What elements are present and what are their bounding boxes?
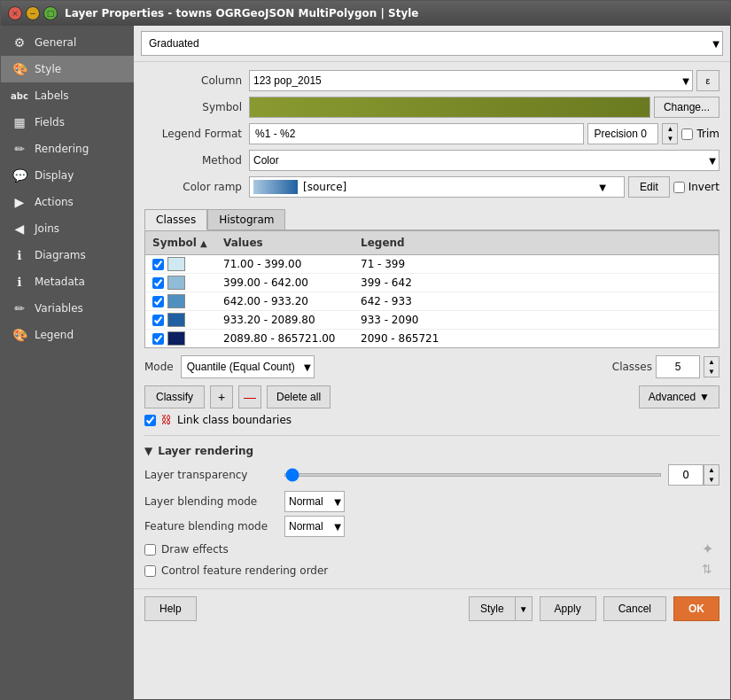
effects-settings-icon[interactable]: ✦ bbox=[702, 541, 719, 558]
sidebar-item-fields[interactable]: ▦ Fields bbox=[1, 109, 134, 136]
sidebar-item-metadata[interactable]: ℹ Metadata bbox=[1, 268, 134, 295]
sidebar-label-fields: Fields bbox=[35, 116, 65, 128]
sidebar-item-variables[interactable]: ✏ Variables bbox=[1, 295, 134, 322]
edit-ramp-button[interactable]: Edit bbox=[628, 176, 670, 198]
sidebar-item-actions[interactable]: ▶ Actions bbox=[1, 189, 134, 215]
trim-group: Trim bbox=[681, 128, 719, 140]
layer-rendering-section: ▼ Layer rendering Layer transparency 0 ▲… bbox=[134, 439, 730, 588]
trim-label: Trim bbox=[696, 128, 719, 140]
content-area: Graduated Categorized Single Symbol Rule… bbox=[134, 26, 730, 699]
color-swatch-2[interactable] bbox=[167, 276, 185, 290]
close-button[interactable]: × bbox=[8, 6, 22, 20]
row-checkbox-5[interactable] bbox=[152, 333, 164, 345]
section-divider bbox=[144, 435, 719, 436]
color-swatch-4[interactable] bbox=[167, 313, 185, 327]
draw-effects-row: Draw effects ✦ bbox=[144, 541, 719, 558]
color-swatch-1[interactable] bbox=[167, 257, 185, 271]
legend-format-input[interactable] bbox=[249, 123, 584, 144]
transparency-slider[interactable] bbox=[284, 473, 661, 477]
cell-values-5: 2089.80 - 865721.00 bbox=[216, 332, 354, 345]
delete-all-button[interactable]: Delete all bbox=[267, 385, 331, 408]
layer-blending-select[interactable]: Normal Multiply Screen Overlay bbox=[284, 491, 345, 512]
invert-checkbox[interactable] bbox=[673, 182, 685, 193]
metadata-icon: ℹ bbox=[12, 274, 27, 290]
precision-up-button[interactable]: ▲ bbox=[663, 124, 677, 134]
section-arrow-icon: ▼ bbox=[144, 445, 152, 457]
sidebar-item-labels[interactable]: abc Labels bbox=[1, 82, 134, 109]
sidebar-item-display[interactable]: 💬 Display bbox=[1, 162, 134, 189]
section-header[interactable]: ▼ Layer rendering bbox=[144, 445, 719, 457]
column-expression-button[interactable]: ε bbox=[696, 70, 719, 91]
rendering-icon: ✏ bbox=[12, 141, 27, 157]
renderer-select[interactable]: Graduated Categorized Single Symbol Rule… bbox=[141, 31, 723, 56]
classes-input[interactable] bbox=[656, 355, 700, 378]
style-main-button[interactable]: Style bbox=[469, 596, 515, 621]
method-select[interactable]: Color Size bbox=[249, 150, 719, 171]
color-ramp-label: Color ramp bbox=[144, 181, 242, 193]
cell-legend-4: 933 - 2090 bbox=[354, 314, 719, 326]
sort-arrow-icon: ▲ bbox=[200, 238, 207, 248]
minimize-button[interactable]: − bbox=[26, 6, 40, 20]
sidebar-item-rendering[interactable]: ✏ Rendering bbox=[1, 136, 134, 162]
trim-checkbox[interactable] bbox=[681, 128, 693, 140]
classes-up-button[interactable]: ▲ bbox=[704, 357, 719, 367]
transparency-down-button[interactable]: ▼ bbox=[704, 475, 719, 485]
cell-symbol-2 bbox=[145, 276, 216, 290]
sidebar-item-style[interactable]: 🎨 Style bbox=[1, 56, 134, 82]
classes-down-button[interactable]: ▼ bbox=[704, 367, 719, 377]
add-class-button[interactable]: + bbox=[210, 385, 233, 408]
sidebar: ⚙ General 🎨 Style abc Labels ▦ Fields ✏ … bbox=[1, 26, 134, 699]
transparency-row: Layer transparency 0 ▲ ▼ bbox=[144, 464, 719, 486]
feature-blending-select[interactable]: Normal Multiply Screen Overlay bbox=[284, 516, 345, 537]
style-button-group: Style ▼ bbox=[469, 596, 533, 621]
control-rendering-checkbox[interactable] bbox=[144, 565, 156, 577]
tab-histogram[interactable]: Histogram bbox=[207, 209, 285, 230]
footer: Help Style ▼ Apply Cancel OK bbox=[134, 588, 730, 628]
color-ramp-select[interactable]: [source] ▼ bbox=[249, 176, 625, 198]
maximize-button[interactable]: □ bbox=[43, 6, 58, 20]
method-label: Method bbox=[144, 154, 242, 167]
sidebar-item-legend[interactable]: 🎨 Legend bbox=[1, 322, 134, 348]
tab-classes[interactable]: Classes bbox=[144, 209, 207, 230]
rendering-order-icon[interactable]: ⇅ bbox=[702, 562, 719, 579]
column-select[interactable]: 123 pop_2015 bbox=[249, 70, 693, 91]
transparency-up-button[interactable]: ▲ bbox=[704, 465, 719, 475]
style-dropdown-button[interactable]: ▼ bbox=[515, 596, 533, 621]
row-checkbox-4[interactable] bbox=[152, 315, 164, 326]
draw-effects-checkbox[interactable] bbox=[144, 544, 156, 556]
apply-button[interactable]: Apply bbox=[540, 596, 596, 621]
color-swatch-3[interactable] bbox=[167, 294, 185, 308]
sidebar-item-general[interactable]: ⚙ General bbox=[1, 29, 134, 56]
row-checkbox-1[interactable] bbox=[152, 259, 164, 270]
cancel-button[interactable]: Cancel bbox=[603, 596, 666, 621]
joins-icon: ◀ bbox=[12, 221, 27, 237]
cell-values-2: 399.00 - 642.00 bbox=[216, 276, 354, 289]
sidebar-label-labels: Labels bbox=[35, 89, 69, 102]
change-symbol-button[interactable]: Change... bbox=[654, 97, 719, 118]
invert-group: Invert bbox=[673, 181, 719, 193]
precision-down-button[interactable]: ▼ bbox=[663, 134, 677, 144]
precision-input[interactable] bbox=[587, 123, 658, 144]
tabs: Classes Histogram bbox=[144, 209, 719, 230]
tabs-area: Classes Histogram bbox=[144, 209, 719, 230]
sidebar-item-joins[interactable]: ◀ Joins bbox=[1, 215, 134, 242]
classify-button[interactable]: Classify bbox=[144, 385, 205, 408]
row-checkbox-3[interactable] bbox=[152, 296, 164, 307]
renderer-row: Graduated Categorized Single Symbol Rule… bbox=[134, 26, 730, 62]
th-symbol: Symbol ▲ bbox=[145, 235, 216, 251]
mode-select[interactable]: Quantile (Equal Count) Equal Interval Na… bbox=[181, 355, 315, 378]
sidebar-label-actions: Actions bbox=[35, 196, 74, 208]
th-symbol-label: Symbol bbox=[152, 237, 197, 249]
symbol-preview bbox=[249, 97, 650, 118]
help-button[interactable]: Help bbox=[144, 596, 197, 621]
table-row: 642.00 - 933.20 642 - 933 bbox=[145, 292, 719, 311]
link-boundaries-checkbox[interactable] bbox=[144, 415, 156, 426]
sidebar-item-diagrams[interactable]: ℹ Diagrams bbox=[1, 242, 134, 268]
remove-class-button[interactable]: — bbox=[238, 385, 261, 408]
sidebar-label-variables: Variables bbox=[35, 302, 83, 315]
color-swatch-5[interactable] bbox=[167, 331, 185, 346]
section-title: Layer rendering bbox=[158, 445, 253, 457]
ok-button[interactable]: OK bbox=[673, 596, 719, 621]
row-checkbox-2[interactable] bbox=[152, 277, 164, 289]
advanced-button[interactable]: Advanced ▼ bbox=[639, 385, 719, 408]
